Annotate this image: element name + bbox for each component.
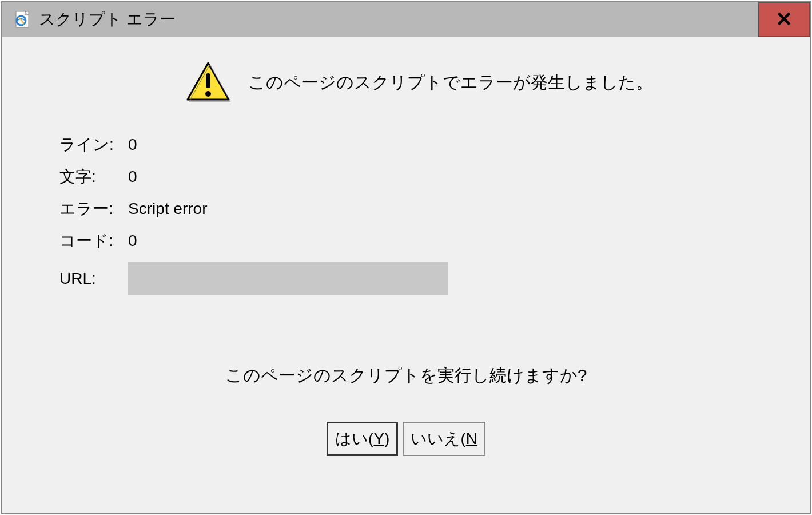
continue-prompt: このページのスクリプトを実行し続けますか? [48, 364, 764, 387]
code-value: 0 [122, 232, 764, 250]
button-row: はい(Y) いいえ(N [48, 422, 764, 456]
ie-page-icon [14, 10, 32, 29]
svg-rect-4 [206, 73, 210, 88]
close-button[interactable]: ✕ [758, 2, 810, 37]
script-error-dialog: スクリプト エラー ✕ このページのスクリプトでエラーが発生しました。 ライン:… [1, 1, 811, 514]
header-row: このページのスクリプトでエラーが発生しました。 [185, 60, 764, 105]
error-header-message: このページのスクリプトでエラーが発生しました。 [248, 71, 653, 94]
titlebar: スクリプト エラー ✕ [2, 2, 810, 37]
char-value: 0 [122, 168, 764, 186]
prompt-section: このページのスクリプトを実行し続けますか? はい(Y) いいえ(N [48, 364, 764, 456]
char-label: 文字: [59, 166, 122, 188]
no-button[interactable]: いいえ(N [403, 422, 485, 456]
line-value: 0 [122, 136, 764, 154]
code-label: コード: [59, 230, 122, 252]
close-icon: ✕ [775, 7, 793, 31]
url-value-box [128, 262, 448, 295]
line-label: ライン: [59, 134, 122, 156]
url-label: URL: [59, 270, 122, 288]
dialog-body: このページのスクリプトでエラーが発生しました。 ライン: 0 文字: 0 エラー… [2, 37, 810, 513]
svg-point-5 [205, 91, 211, 97]
error-label: エラー: [59, 198, 122, 220]
error-value: Script error [122, 200, 764, 218]
yes-button[interactable]: はい(Y) [327, 422, 398, 456]
error-details: ライン: 0 文字: 0 エラー: Script error コード: 0 UR… [59, 134, 764, 295]
warning-icon [185, 60, 231, 105]
dialog-title: スクリプト エラー [39, 9, 176, 30]
